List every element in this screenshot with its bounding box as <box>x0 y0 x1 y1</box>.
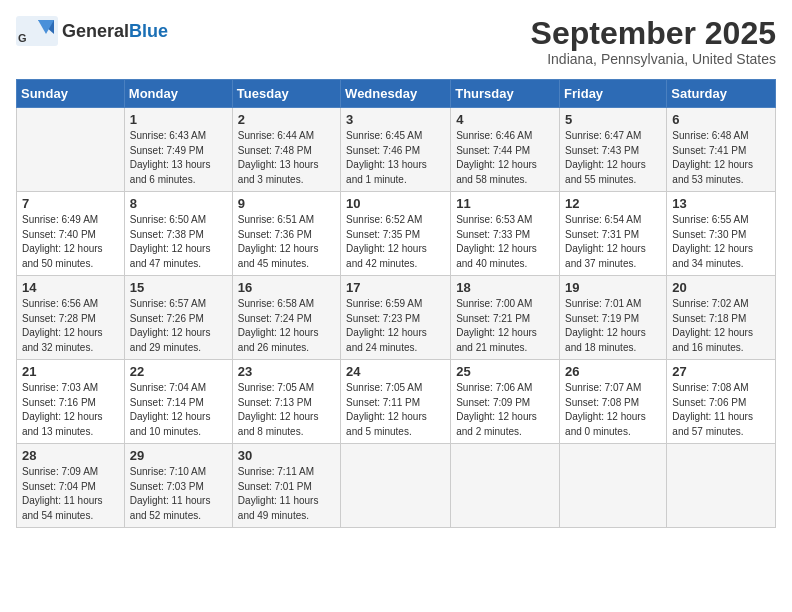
cell-content: Sunrise: 6:46 AMSunset: 7:44 PMDaylight:… <box>456 129 554 187</box>
day-header-friday: Friday <box>560 80 667 108</box>
day-number: 7 <box>22 196 119 211</box>
calendar-cell: 21Sunrise: 7:03 AMSunset: 7:16 PMDayligh… <box>17 360 125 444</box>
week-row-0: 1Sunrise: 6:43 AMSunset: 7:49 PMDaylight… <box>17 108 776 192</box>
calendar-cell: 22Sunrise: 7:04 AMSunset: 7:14 PMDayligh… <box>124 360 232 444</box>
cell-content: Sunrise: 7:06 AMSunset: 7:09 PMDaylight:… <box>456 381 554 439</box>
calendar-cell: 2Sunrise: 6:44 AMSunset: 7:48 PMDaylight… <box>232 108 340 192</box>
calendar-cell: 3Sunrise: 6:45 AMSunset: 7:46 PMDaylight… <box>341 108 451 192</box>
week-row-3: 21Sunrise: 7:03 AMSunset: 7:16 PMDayligh… <box>17 360 776 444</box>
svg-text:G: G <box>18 32 27 44</box>
day-number: 16 <box>238 280 335 295</box>
day-number: 20 <box>672 280 770 295</box>
cell-content: Sunrise: 7:08 AMSunset: 7:06 PMDaylight:… <box>672 381 770 439</box>
day-number: 2 <box>238 112 335 127</box>
calendar-cell <box>17 108 125 192</box>
logo-blue: Blue <box>129 21 168 41</box>
cell-content: Sunrise: 6:54 AMSunset: 7:31 PMDaylight:… <box>565 213 661 271</box>
day-number: 4 <box>456 112 554 127</box>
calendar-cell: 4Sunrise: 6:46 AMSunset: 7:44 PMDaylight… <box>451 108 560 192</box>
day-number: 12 <box>565 196 661 211</box>
logo: G GeneralBlue <box>16 16 168 46</box>
cell-content: Sunrise: 6:44 AMSunset: 7:48 PMDaylight:… <box>238 129 335 187</box>
calendar-cell: 9Sunrise: 6:51 AMSunset: 7:36 PMDaylight… <box>232 192 340 276</box>
day-header-tuesday: Tuesday <box>232 80 340 108</box>
calendar-cell: 24Sunrise: 7:05 AMSunset: 7:11 PMDayligh… <box>341 360 451 444</box>
calendar-cell: 12Sunrise: 6:54 AMSunset: 7:31 PMDayligh… <box>560 192 667 276</box>
calendar-cell: 23Sunrise: 7:05 AMSunset: 7:13 PMDayligh… <box>232 360 340 444</box>
week-row-2: 14Sunrise: 6:56 AMSunset: 7:28 PMDayligh… <box>17 276 776 360</box>
day-number: 29 <box>130 448 227 463</box>
day-number: 30 <box>238 448 335 463</box>
day-header-saturday: Saturday <box>667 80 776 108</box>
calendar-table: SundayMondayTuesdayWednesdayThursdayFrid… <box>16 79 776 528</box>
calendar-cell: 25Sunrise: 7:06 AMSunset: 7:09 PMDayligh… <box>451 360 560 444</box>
day-number: 14 <box>22 280 119 295</box>
logo-icon: G <box>16 16 58 46</box>
calendar-cell: 1Sunrise: 6:43 AMSunset: 7:49 PMDaylight… <box>124 108 232 192</box>
calendar-cell: 6Sunrise: 6:48 AMSunset: 7:41 PMDaylight… <box>667 108 776 192</box>
calendar-cell: 17Sunrise: 6:59 AMSunset: 7:23 PMDayligh… <box>341 276 451 360</box>
cell-content: Sunrise: 7:05 AMSunset: 7:13 PMDaylight:… <box>238 381 335 439</box>
cell-content: Sunrise: 6:45 AMSunset: 7:46 PMDaylight:… <box>346 129 445 187</box>
cell-content: Sunrise: 6:47 AMSunset: 7:43 PMDaylight:… <box>565 129 661 187</box>
calendar-cell <box>560 444 667 528</box>
day-number: 26 <box>565 364 661 379</box>
calendar-cell: 10Sunrise: 6:52 AMSunset: 7:35 PMDayligh… <box>341 192 451 276</box>
month-title: September 2025 <box>531 16 776 51</box>
cell-content: Sunrise: 6:50 AMSunset: 7:38 PMDaylight:… <box>130 213 227 271</box>
cell-content: Sunrise: 6:48 AMSunset: 7:41 PMDaylight:… <box>672 129 770 187</box>
cell-content: Sunrise: 6:51 AMSunset: 7:36 PMDaylight:… <box>238 213 335 271</box>
cell-content: Sunrise: 6:58 AMSunset: 7:24 PMDaylight:… <box>238 297 335 355</box>
calendar-cell <box>667 444 776 528</box>
cell-content: Sunrise: 7:04 AMSunset: 7:14 PMDaylight:… <box>130 381 227 439</box>
day-number: 18 <box>456 280 554 295</box>
week-row-1: 7Sunrise: 6:49 AMSunset: 7:40 PMDaylight… <box>17 192 776 276</box>
cell-content: Sunrise: 6:55 AMSunset: 7:30 PMDaylight:… <box>672 213 770 271</box>
day-number: 17 <box>346 280 445 295</box>
cell-content: Sunrise: 6:43 AMSunset: 7:49 PMDaylight:… <box>130 129 227 187</box>
day-number: 19 <box>565 280 661 295</box>
day-number: 13 <box>672 196 770 211</box>
calendar-cell: 28Sunrise: 7:09 AMSunset: 7:04 PMDayligh… <box>17 444 125 528</box>
day-number: 11 <box>456 196 554 211</box>
title-area: September 2025 Indiana, Pennsylvania, Un… <box>531 16 776 67</box>
day-number: 27 <box>672 364 770 379</box>
cell-content: Sunrise: 7:07 AMSunset: 7:08 PMDaylight:… <box>565 381 661 439</box>
cell-content: Sunrise: 7:11 AMSunset: 7:01 PMDaylight:… <box>238 465 335 523</box>
logo-general: General <box>62 21 129 41</box>
cell-content: Sunrise: 6:59 AMSunset: 7:23 PMDaylight:… <box>346 297 445 355</box>
calendar-cell: 13Sunrise: 6:55 AMSunset: 7:30 PMDayligh… <box>667 192 776 276</box>
calendar-cell <box>341 444 451 528</box>
calendar-cell: 29Sunrise: 7:10 AMSunset: 7:03 PMDayligh… <box>124 444 232 528</box>
cell-content: Sunrise: 6:49 AMSunset: 7:40 PMDaylight:… <box>22 213 119 271</box>
day-number: 25 <box>456 364 554 379</box>
day-header-thursday: Thursday <box>451 80 560 108</box>
day-number: 24 <box>346 364 445 379</box>
calendar-cell: 16Sunrise: 6:58 AMSunset: 7:24 PMDayligh… <box>232 276 340 360</box>
calendar-cell: 26Sunrise: 7:07 AMSunset: 7:08 PMDayligh… <box>560 360 667 444</box>
cell-content: Sunrise: 6:52 AMSunset: 7:35 PMDaylight:… <box>346 213 445 271</box>
calendar-cell: 11Sunrise: 6:53 AMSunset: 7:33 PMDayligh… <box>451 192 560 276</box>
day-number: 21 <box>22 364 119 379</box>
cell-content: Sunrise: 7:09 AMSunset: 7:04 PMDaylight:… <box>22 465 119 523</box>
day-header-sunday: Sunday <box>17 80 125 108</box>
header: G GeneralBlue September 2025 Indiana, Pe… <box>16 16 776 67</box>
cell-content: Sunrise: 7:03 AMSunset: 7:16 PMDaylight:… <box>22 381 119 439</box>
day-number: 8 <box>130 196 227 211</box>
calendar-cell: 20Sunrise: 7:02 AMSunset: 7:18 PMDayligh… <box>667 276 776 360</box>
header-row: SundayMondayTuesdayWednesdayThursdayFrid… <box>17 80 776 108</box>
cell-content: Sunrise: 7:00 AMSunset: 7:21 PMDaylight:… <box>456 297 554 355</box>
calendar-cell: 5Sunrise: 6:47 AMSunset: 7:43 PMDaylight… <box>560 108 667 192</box>
calendar-cell: 8Sunrise: 6:50 AMSunset: 7:38 PMDaylight… <box>124 192 232 276</box>
day-number: 22 <box>130 364 227 379</box>
day-number: 9 <box>238 196 335 211</box>
cell-content: Sunrise: 6:53 AMSunset: 7:33 PMDaylight:… <box>456 213 554 271</box>
calendar-cell: 18Sunrise: 7:00 AMSunset: 7:21 PMDayligh… <box>451 276 560 360</box>
calendar-cell <box>451 444 560 528</box>
day-number: 28 <box>22 448 119 463</box>
day-header-wednesday: Wednesday <box>341 80 451 108</box>
day-number: 5 <box>565 112 661 127</box>
day-number: 6 <box>672 112 770 127</box>
calendar-cell: 30Sunrise: 7:11 AMSunset: 7:01 PMDayligh… <box>232 444 340 528</box>
day-number: 3 <box>346 112 445 127</box>
